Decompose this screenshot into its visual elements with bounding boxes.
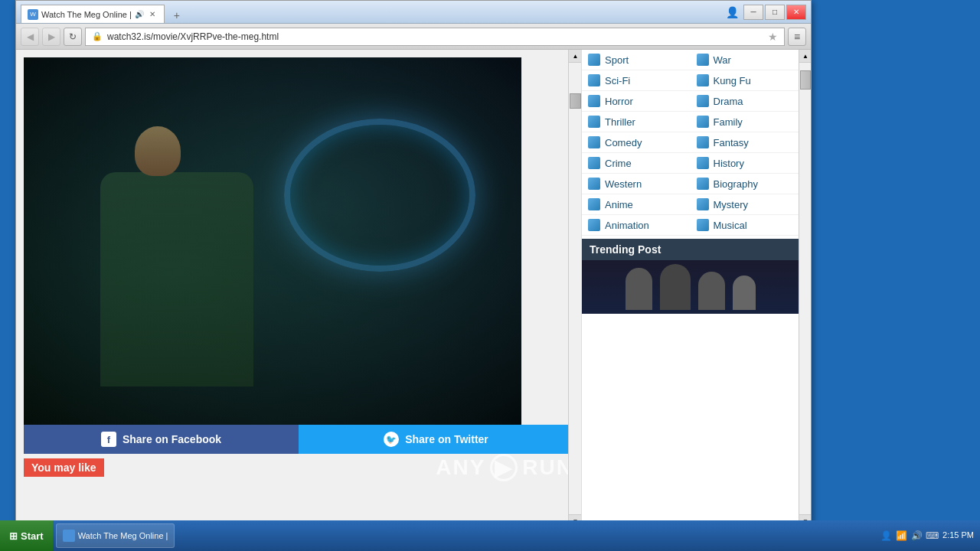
facebook-icon: f (101, 432, 116, 447)
genre-icon-animation (588, 219, 600, 231)
person-2 (660, 264, 691, 310)
genre-item-drama[interactable]: Drama (691, 91, 799, 112)
genre-item-fantasy[interactable]: Fantasy (691, 132, 799, 153)
taskbar-task-icon (63, 530, 75, 542)
genre-label-drama: Drama (714, 96, 743, 107)
genre-item-sci-fi[interactable]: Sci-Fi (582, 70, 691, 91)
trending-section-header: Trending Post (582, 239, 799, 260)
title-bar: W Watch The Meg Online | 🔊 ✕ + 👤 ─ □ ✕ (16, 1, 811, 24)
tab-title: Watch The Meg Online | (41, 10, 132, 19)
address-bar[interactable]: 🔒 watch32.is/movie/XvjRRPve-the-meg.html… (85, 28, 785, 46)
taskbar: ⊞ Start Watch The Meg Online | 👤 📶 🔊 ⌨ 2… (0, 520, 980, 551)
genre-icon-biography (697, 178, 709, 190)
facebook-share-button[interactable]: f Share on Facebook (24, 425, 299, 454)
twitter-share-label: Share on Twitter (405, 433, 488, 445)
you-may-like-label: You may like (24, 458, 104, 477)
genre-item-horror[interactable]: Horror (582, 91, 691, 112)
windows-orb-icon: ⊞ (9, 530, 18, 542)
taskbar-browser-task[interactable]: Watch The Meg Online | (56, 523, 175, 548)
sidebar-scrollbar-track: ▲ ▼ (799, 50, 811, 527)
trending-image[interactable] (582, 260, 799, 314)
genre-item-mystery[interactable]: Mystery (691, 194, 799, 215)
genre-label-biography: Biography (714, 178, 759, 190)
tray-user-icon: 👤 (880, 530, 892, 542)
genre-item-comedy[interactable]: Comedy (582, 132, 691, 153)
forward-button[interactable]: ▶ (42, 28, 60, 46)
twitter-share-button[interactable]: 🐦 Share on Twitter (299, 425, 573, 454)
sidebar-scroll-thumb[interactable] (800, 70, 811, 90)
genre-icon-anime (588, 198, 600, 210)
tab-favicon: W (28, 9, 38, 20)
genre-icon-war (697, 54, 709, 66)
close-button[interactable]: ✕ (786, 5, 806, 20)
scroll-up-button[interactable]: ▲ (569, 50, 581, 63)
genre-label-anime: Anime (605, 199, 633, 210)
genre-label-fantasy: Fantasy (714, 137, 749, 148)
minimize-button[interactable]: ─ (743, 5, 763, 20)
genre-label-family: Family (714, 116, 743, 128)
genre-icon-kung-fu (697, 74, 709, 86)
tray-network-icon: 📶 (895, 530, 907, 542)
browser-menu-button[interactable]: ≡ (788, 28, 806, 46)
share-buttons: f Share on Facebook 🐦 Share on Twitter (24, 425, 573, 454)
video-scene (24, 57, 521, 425)
tab-close-button[interactable]: ✕ (147, 9, 158, 20)
page-scrollbar: ▲ ▼ (568, 50, 581, 527)
genre-label-war: War (714, 54, 731, 66)
genre-item-family[interactable]: Family (691, 112, 799, 132)
trending-title: Trending Post (590, 243, 661, 256)
genre-label-musical: Musical (714, 220, 747, 231)
nav-bar: ◀ ▶ ↻ 🔒 watch32.is/movie/XvjRRPve-the-me… (16, 24, 811, 50)
genre-label-crime: Crime (605, 158, 632, 169)
browser-tab[interactable]: W Watch The Meg Online | 🔊 ✕ (21, 5, 165, 23)
profile-icon: 👤 (722, 5, 742, 20)
genre-icon-musical (697, 219, 709, 231)
tab-speaker-icon: 🔊 (135, 10, 144, 18)
genre-item-history[interactable]: History (691, 153, 799, 174)
person-1 (626, 268, 652, 310)
genre-grid: Sport Sci-Fi Horror (582, 50, 799, 236)
genre-icon-comedy (588, 136, 600, 148)
genre-item-anime[interactable]: Anime (582, 194, 691, 215)
maximize-button[interactable]: □ (765, 5, 785, 20)
genre-item-thriller[interactable]: Thriller (582, 112, 691, 132)
genre-item-musical[interactable]: Musical (691, 215, 799, 236)
genre-item-biography[interactable]: Biography (691, 174, 799, 194)
genre-item-western[interactable]: Western (582, 174, 691, 194)
genre-label-mystery: Mystery (714, 199, 749, 210)
genre-col-left: Sport Sci-Fi Horror (582, 50, 691, 236)
genre-item-crime[interactable]: Crime (582, 153, 691, 174)
facebook-share-label: Share on Facebook (122, 433, 221, 445)
genre-label-animation: Animation (605, 220, 649, 231)
genre-icon-mystery (697, 198, 709, 210)
start-button[interactable]: ⊞ Start (0, 520, 53, 551)
genre-label-kung-fu: Kung Fu (714, 75, 751, 86)
genre-icon-fantasy (697, 136, 709, 148)
person-4 (733, 276, 756, 310)
genre-icon-sport (588, 54, 600, 66)
tray-keyboard-icon: ⌨ (926, 530, 938, 542)
clock-time: 2:15 PM (942, 530, 974, 541)
address-protocol-icon: 🔒 (92, 31, 103, 41)
watermark-text-run: RUN (522, 455, 573, 480)
tray-icons: 👤 📶 🔊 ⌨ (880, 530, 938, 542)
genre-label-history: History (714, 158, 744, 169)
os-wrapper: W Watch The Meg Online | 🔊 ✕ + 👤 ─ □ ✕ ◀… (0, 0, 980, 551)
refresh-button[interactable]: ↻ (64, 28, 82, 46)
scroll-thumb[interactable] (570, 93, 581, 109)
genre-icon-history (697, 157, 709, 169)
trending-image-content (618, 260, 763, 314)
genre-icon-thriller (588, 116, 600, 128)
video-container[interactable] (24, 57, 521, 425)
genre-item-sport[interactable]: Sport (582, 50, 691, 70)
watermark-text-any: ANY (436, 455, 485, 480)
back-button[interactable]: ◀ (21, 28, 39, 46)
genre-item-animation[interactable]: Animation (582, 215, 691, 236)
new-tab-button[interactable]: + (168, 8, 186, 23)
genre-item-war[interactable]: War (691, 50, 799, 70)
sidebar-scroll-up[interactable]: ▲ (799, 50, 811, 63)
bookmark-star-icon[interactable]: ★ (768, 31, 778, 43)
taskbar-tasks: Watch The Meg Online | (53, 523, 874, 548)
genre-item-kung-fu[interactable]: Kung Fu (691, 70, 799, 91)
page-content: f Share on Facebook 🐦 Share on Twitter Y… (16, 50, 581, 527)
